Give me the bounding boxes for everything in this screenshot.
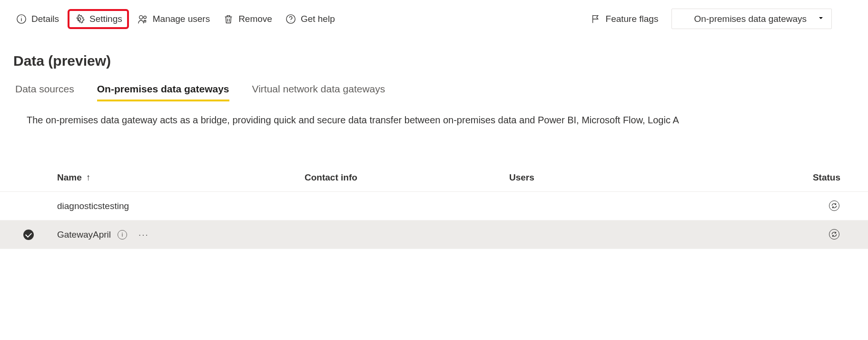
tabs: Data sources On-premises data gateways V… xyxy=(0,83,868,101)
svg-point-3 xyxy=(78,18,81,20)
table-header: Name ↑ Contact info Users Status xyxy=(0,164,868,192)
get-help-button[interactable]: Get help xyxy=(281,10,340,28)
settings-label: Settings xyxy=(89,14,122,24)
column-name-label: Name xyxy=(57,172,82,182)
tab-data-sources[interactable]: Data sources xyxy=(15,83,74,101)
tab-on-premises-gateways[interactable]: On-premises data gateways xyxy=(97,83,229,101)
refresh-icon[interactable] xyxy=(829,200,839,211)
manage-users-button[interactable]: Manage users xyxy=(133,10,215,28)
users-icon xyxy=(138,14,148,24)
sort-asc-icon: ↑ xyxy=(86,172,91,182)
column-header-users[interactable]: Users xyxy=(509,172,690,183)
settings-button[interactable]: Settings xyxy=(68,9,129,29)
more-filter-button[interactable] xyxy=(840,10,857,28)
remove-label: Remove xyxy=(238,14,272,24)
refresh-icon[interactable] xyxy=(829,229,839,240)
column-header-contact[interactable]: Contact info xyxy=(305,172,509,183)
table-row[interactable]: diagnosticstesting xyxy=(0,192,868,220)
svg-point-9 xyxy=(290,21,291,21)
svg-point-2 xyxy=(21,16,21,17)
column-header-status[interactable]: Status xyxy=(690,172,868,183)
column-header-name[interactable]: Name ↑ xyxy=(57,172,305,183)
page-title: Data (preview) xyxy=(13,53,868,69)
row-status-cell[interactable] xyxy=(690,200,868,211)
row-name-cell: diagnosticstesting xyxy=(57,201,305,211)
info-icon[interactable]: i xyxy=(118,230,127,240)
table-row[interactable]: GatewayApril i ··· xyxy=(0,220,868,249)
gateway-name: diagnosticstesting xyxy=(57,201,129,211)
help-icon xyxy=(286,14,296,24)
gateways-table: Name ↑ Contact info Users Status diagnos… xyxy=(0,164,868,249)
svg-point-5 xyxy=(144,16,147,19)
manage-users-label: Manage users xyxy=(153,14,210,24)
row-name-cell: GatewayApril i ··· xyxy=(57,230,305,240)
feature-flags-label: Feature flags xyxy=(606,14,659,24)
filter-icon xyxy=(843,15,854,25)
filter-icon xyxy=(679,13,688,25)
tab-description: The on-premises data gateway acts as a b… xyxy=(0,115,868,126)
filter-dropdown[interactable]: On-premises data gateways xyxy=(671,9,832,29)
more-actions-button[interactable]: ··· xyxy=(138,230,149,240)
get-help-label: Get help xyxy=(301,14,335,24)
details-button[interactable]: Details xyxy=(11,10,64,28)
chevron-down-icon xyxy=(817,14,825,24)
tab-virtual-network-gateways[interactable]: Virtual network data gateways xyxy=(252,83,385,101)
info-icon xyxy=(16,14,27,24)
details-label: Details xyxy=(31,14,59,24)
row-select-cell[interactable] xyxy=(0,230,57,240)
gateway-name: GatewayApril xyxy=(57,230,111,240)
feature-flags-button[interactable]: Feature flags xyxy=(586,10,663,28)
svg-point-4 xyxy=(139,15,142,19)
trash-icon xyxy=(223,14,234,24)
filter-label: On-premises data gateways xyxy=(694,14,807,24)
row-status-cell[interactable] xyxy=(690,229,868,240)
gear-icon xyxy=(74,14,85,24)
remove-button[interactable]: Remove xyxy=(218,10,277,28)
toolbar: Details Settings Manage users Remove Get… xyxy=(0,0,868,34)
selected-check-icon xyxy=(23,230,34,240)
flag-icon xyxy=(591,14,601,24)
